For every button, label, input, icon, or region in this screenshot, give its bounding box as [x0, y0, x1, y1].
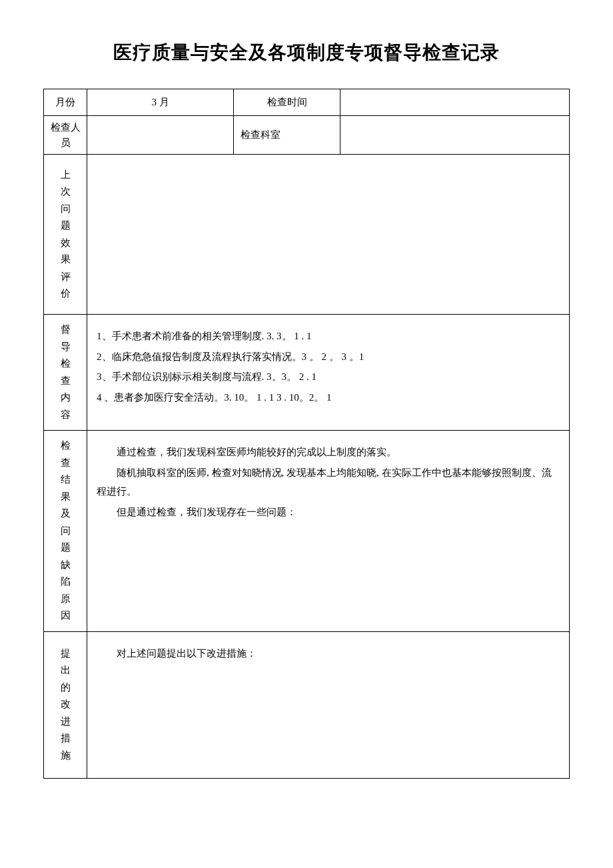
page-title: 医疗质量与安全及各项制度专项督导检查记录 [43, 40, 570, 65]
inspection-line: 4 、患者参加医疗安全活动。3. 10。 1 . 1 3 . 10。2。 1 [97, 388, 560, 407]
check-time-value [340, 89, 570, 116]
results-issues-label: 检 查 结 果 及 问 题 缺 陷 原 因 [44, 431, 87, 632]
inspection-content-label: 督 导 检 查 内 容 [44, 315, 87, 431]
results-issues-body: 通过检查，我们发现科室医师均能较好的完成以上制度的落实。 随机抽取科室的医师, … [87, 431, 570, 632]
month-label: 月份 [44, 89, 87, 116]
results-line: 但是通过检查，我们发现存在一些问题： [97, 503, 560, 522]
department-value [340, 116, 570, 155]
previous-issues-content [87, 155, 570, 315]
inspection-content-body: 1、手术患者术前准备的相关管理制度. 3. 3。 1 . 1 2、临床危急值报告… [87, 315, 570, 431]
inspection-line: 1、手术患者术前准备的相关管理制度. 3. 3。 1 . 1 [97, 327, 560, 346]
inspection-line: 3、手术部位识别标示相关制度与流程. 3。3。 2 . 1 [97, 367, 560, 387]
department-label: 检查科室 [234, 116, 340, 155]
inspection-record-table: 月份 3 月 检查时间 检查人员 检查科室 上 次 问 题 效 果 评 价 督 … [43, 89, 570, 779]
inspector-label: 检查人员 [44, 116, 87, 155]
inspector-value [87, 116, 234, 155]
improvements-body: 对上述问题提出以下改进措施： [87, 631, 570, 778]
check-time-label: 检查时间 [234, 89, 340, 116]
improvements-line: 对上述问题提出以下改进措施： [97, 644, 560, 663]
improvements-label: 提 出 的 改 进 措 施 [44, 631, 87, 778]
previous-issues-label: 上 次 问 题 效 果 评 价 [44, 155, 87, 315]
results-line: 随机抽取科室的医师, 检查对知晓情况, 发现基本上均能知晓, 在实际工作中也基本… [97, 463, 560, 501]
inspection-line: 2、临床危急值报告制度及流程执行落实情况。3 。 2 。 3 。1 [97, 347, 560, 367]
results-line: 通过检查，我们发现科室医师均能较好的完成以上制度的落实。 [97, 443, 560, 462]
month-value: 3 月 [87, 89, 234, 116]
